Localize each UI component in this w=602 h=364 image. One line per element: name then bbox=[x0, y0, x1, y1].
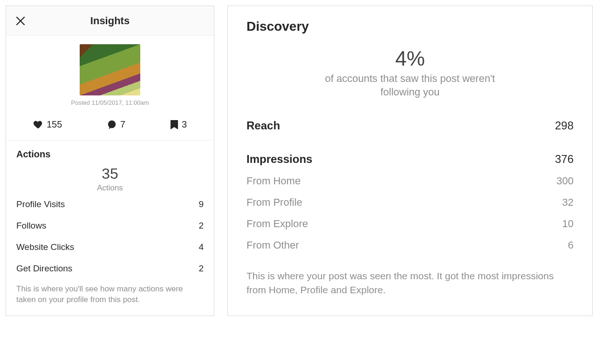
likes-count: 155 bbox=[47, 119, 62, 130]
action-label: Get Directions bbox=[16, 263, 72, 274]
post-thumbnail[interactable] bbox=[80, 44, 140, 95]
breakdown-label: From Other bbox=[246, 239, 299, 251]
reach-value: 298 bbox=[555, 119, 574, 132]
action-label: Website Clicks bbox=[16, 242, 74, 252]
post-preview: Posted 11/05/2017, 11:00am bbox=[6, 36, 214, 111]
discovery-percent: 4% bbox=[246, 47, 574, 70]
action-value: 2 bbox=[198, 221, 204, 231]
actions-heading: Actions bbox=[6, 141, 214, 162]
reach-label: Reach bbox=[246, 119, 280, 132]
action-value: 9 bbox=[198, 199, 204, 209]
actions-list: Profile Visits 9 Follows 2 Website Click… bbox=[6, 194, 214, 279]
top-bar: Insights bbox=[6, 6, 214, 36]
heart-icon bbox=[33, 120, 43, 130]
action-label: Follows bbox=[16, 221, 46, 231]
engagement-row: 155 7 3 bbox=[6, 111, 214, 141]
action-value: 4 bbox=[198, 242, 204, 252]
actions-footnote: This is where you'll see how many action… bbox=[6, 279, 214, 316]
breakdown-label: From Explore bbox=[246, 218, 308, 230]
impressions-breakdown-row: From Home 300 bbox=[246, 170, 574, 192]
impressions-value: 376 bbox=[555, 153, 574, 166]
actions-total: 35 bbox=[6, 165, 214, 182]
action-row: Website Clicks 4 bbox=[6, 236, 214, 258]
breakdown-value: 10 bbox=[562, 218, 574, 230]
page-title: Insights bbox=[90, 15, 130, 27]
action-row: Get Directions 2 bbox=[6, 258, 214, 279]
bookmark-icon bbox=[170, 120, 178, 130]
impressions-breakdown-row: From Profile 32 bbox=[246, 192, 574, 213]
discovery-heading: Discovery bbox=[246, 19, 574, 34]
actions-total-label: Actions bbox=[6, 183, 214, 193]
breakdown-value: 6 bbox=[568, 239, 574, 251]
impressions-label: Impressions bbox=[246, 153, 312, 166]
close-icon bbox=[15, 16, 26, 26]
breakdown-value: 32 bbox=[562, 196, 574, 209]
posted-timestamp: Posted 11/05/2017, 11:00am bbox=[71, 99, 149, 106]
saves-count: 3 bbox=[182, 119, 187, 130]
discovery-footnote: This is where your post was seen the mos… bbox=[246, 269, 574, 297]
svg-point-2 bbox=[108, 120, 116, 128]
action-row: Follows 2 bbox=[6, 215, 214, 236]
action-row: Profile Visits 9 bbox=[6, 194, 214, 215]
comments-stat: 7 bbox=[107, 119, 125, 130]
likes-stat: 155 bbox=[33, 119, 62, 130]
reach-row: Reach 298 bbox=[246, 115, 574, 137]
discovery-panel: Discovery 4% of accounts that saw this p… bbox=[227, 6, 593, 316]
breakdown-label: From Profile bbox=[246, 196, 302, 209]
close-button[interactable] bbox=[14, 15, 27, 27]
comments-count: 7 bbox=[120, 119, 125, 130]
comment-icon bbox=[107, 120, 117, 130]
breakdown-label: From Home bbox=[246, 175, 301, 187]
breakdown-value: 300 bbox=[556, 175, 574, 187]
impressions-row: Impressions 376 bbox=[246, 148, 574, 170]
impressions-breakdown-row: From Other 6 bbox=[246, 235, 574, 256]
actions-total-block: 35 Actions bbox=[6, 162, 214, 194]
impressions-breakdown-row: From Explore 10 bbox=[246, 213, 574, 235]
insights-panel: Insights Posted 11/05/2017, 11:00am 155 … bbox=[6, 6, 214, 316]
action-value: 2 bbox=[198, 263, 204, 274]
action-label: Profile Visits bbox=[16, 199, 65, 209]
discovery-percent-block: 4% of accounts that saw this post weren'… bbox=[246, 47, 574, 99]
discovery-percent-sub: of accounts that saw this post weren't f… bbox=[312, 72, 508, 99]
saves-stat: 3 bbox=[170, 119, 187, 130]
